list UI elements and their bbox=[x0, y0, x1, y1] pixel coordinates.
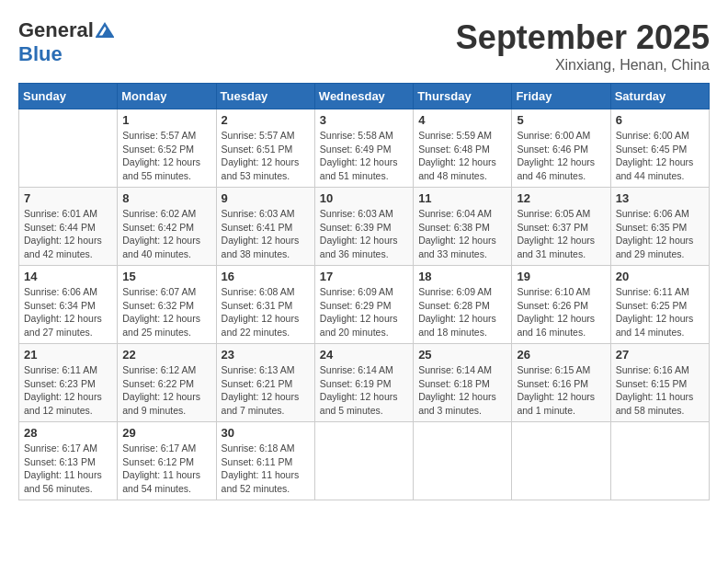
calendar-cell: 5Sunrise: 6:00 AM Sunset: 6:46 PM Daylig… bbox=[512, 109, 610, 188]
day-number: 20 bbox=[616, 270, 704, 283]
calendar-cell: 4Sunrise: 5:59 AM Sunset: 6:48 PM Daylig… bbox=[414, 109, 512, 188]
day-number: 11 bbox=[418, 191, 506, 205]
day-number: 5 bbox=[517, 113, 605, 127]
day-number: 13 bbox=[616, 191, 704, 205]
calendar-cell: 16Sunrise: 6:08 AM Sunset: 6:31 PM Dayli… bbox=[216, 266, 314, 344]
calendar-table: SundayMondayTuesdayWednesdayThursdayFrid… bbox=[18, 83, 710, 500]
day-info: Sunrise: 6:10 AM Sunset: 6:26 PM Dayligh… bbox=[517, 285, 605, 339]
day-info: Sunrise: 5:57 AM Sunset: 6:51 PM Dayligh… bbox=[222, 129, 310, 183]
calendar-cell: 14Sunrise: 6:06 AM Sunset: 6:34 PM Dayli… bbox=[19, 266, 118, 344]
day-info: Sunrise: 5:57 AM Sunset: 6:52 PM Dayligh… bbox=[122, 129, 210, 183]
day-number: 6 bbox=[616, 113, 704, 127]
calendar-header-thursday: Thursday bbox=[414, 84, 512, 109]
calendar-cell: 23Sunrise: 6:13 AM Sunset: 6:21 PM Dayli… bbox=[216, 344, 314, 422]
day-number: 23 bbox=[222, 348, 310, 362]
calendar-cell: 2Sunrise: 5:57 AM Sunset: 6:51 PM Daylig… bbox=[216, 109, 314, 188]
calendar-cell: 6Sunrise: 6:00 AM Sunset: 6:45 PM Daylig… bbox=[610, 109, 709, 188]
day-info: Sunrise: 6:13 AM Sunset: 6:21 PM Dayligh… bbox=[222, 363, 310, 418]
day-number: 3 bbox=[320, 113, 408, 127]
calendar-cell: 11Sunrise: 6:04 AM Sunset: 6:38 PM Dayli… bbox=[414, 188, 512, 266]
day-info: Sunrise: 6:06 AM Sunset: 6:34 PM Dayligh… bbox=[24, 285, 112, 339]
day-info: Sunrise: 6:17 AM Sunset: 6:12 PM Dayligh… bbox=[122, 442, 210, 496]
day-info: Sunrise: 6:14 AM Sunset: 6:18 PM Dayligh… bbox=[418, 363, 506, 418]
day-info: Sunrise: 6:00 AM Sunset: 6:45 PM Dayligh… bbox=[616, 129, 704, 183]
day-number: 12 bbox=[517, 191, 605, 205]
day-info: Sunrise: 6:00 AM Sunset: 6:46 PM Dayligh… bbox=[517, 129, 605, 183]
calendar-week-row: 1Sunrise: 5:57 AM Sunset: 6:52 PM Daylig… bbox=[19, 109, 710, 188]
day-number: 26 bbox=[517, 348, 605, 362]
calendar-header-saturday: Saturday bbox=[610, 84, 709, 109]
calendar-cell bbox=[414, 422, 512, 500]
calendar-cell bbox=[610, 422, 709, 500]
calendar-cell: 17Sunrise: 6:09 AM Sunset: 6:29 PM Dayli… bbox=[314, 266, 413, 344]
calendar-cell: 1Sunrise: 5:57 AM Sunset: 6:52 PM Daylig… bbox=[118, 109, 216, 188]
calendar-header-row: SundayMondayTuesdayWednesdayThursdayFrid… bbox=[19, 84, 710, 109]
day-info: Sunrise: 6:01 AM Sunset: 6:44 PM Dayligh… bbox=[24, 207, 112, 261]
day-number: 15 bbox=[122, 270, 210, 283]
day-number: 22 bbox=[122, 348, 210, 362]
day-number: 14 bbox=[24, 270, 112, 283]
day-info: Sunrise: 6:05 AM Sunset: 6:37 PM Dayligh… bbox=[517, 207, 605, 261]
calendar-cell: 12Sunrise: 6:05 AM Sunset: 6:37 PM Dayli… bbox=[512, 188, 610, 266]
month-title: September 2025 bbox=[456, 18, 710, 57]
day-number: 17 bbox=[320, 270, 408, 283]
logo-blue: Blue bbox=[18, 42, 63, 66]
calendar-cell: 3Sunrise: 5:58 AM Sunset: 6:49 PM Daylig… bbox=[314, 109, 413, 188]
calendar-header-tuesday: Tuesday bbox=[216, 84, 314, 109]
day-info: Sunrise: 5:59 AM Sunset: 6:48 PM Dayligh… bbox=[418, 129, 506, 183]
day-number: 10 bbox=[320, 191, 408, 205]
day-number: 16 bbox=[222, 270, 310, 283]
day-info: Sunrise: 6:11 AM Sunset: 6:25 PM Dayligh… bbox=[616, 285, 704, 339]
calendar-cell: 7Sunrise: 6:01 AM Sunset: 6:44 PM Daylig… bbox=[19, 188, 118, 266]
day-info: Sunrise: 6:03 AM Sunset: 6:39 PM Dayligh… bbox=[320, 207, 408, 261]
day-number: 28 bbox=[24, 426, 112, 440]
logo-icon bbox=[96, 21, 114, 40]
day-info: Sunrise: 6:02 AM Sunset: 6:42 PM Dayligh… bbox=[122, 207, 210, 261]
logo: General Blue bbox=[18, 18, 114, 66]
day-number: 1 bbox=[122, 113, 210, 127]
location-title: Xinxiang, Henan, China bbox=[456, 57, 710, 74]
day-info: Sunrise: 6:09 AM Sunset: 6:29 PM Dayligh… bbox=[320, 285, 408, 339]
day-info: Sunrise: 6:04 AM Sunset: 6:38 PM Dayligh… bbox=[418, 207, 506, 261]
calendar-cell: 10Sunrise: 6:03 AM Sunset: 6:39 PM Dayli… bbox=[314, 188, 413, 266]
calendar-week-row: 7Sunrise: 6:01 AM Sunset: 6:44 PM Daylig… bbox=[19, 188, 710, 266]
day-number: 30 bbox=[222, 426, 310, 440]
day-number: 9 bbox=[222, 191, 310, 205]
day-info: Sunrise: 6:18 AM Sunset: 6:11 PM Dayligh… bbox=[222, 442, 310, 496]
day-info: Sunrise: 6:14 AM Sunset: 6:19 PM Dayligh… bbox=[320, 363, 408, 418]
day-info: Sunrise: 6:16 AM Sunset: 6:15 PM Dayligh… bbox=[616, 363, 704, 418]
calendar-cell: 8Sunrise: 6:02 AM Sunset: 6:42 PM Daylig… bbox=[118, 188, 216, 266]
calendar-cell bbox=[512, 422, 610, 500]
day-info: Sunrise: 6:09 AM Sunset: 6:28 PM Dayligh… bbox=[418, 285, 506, 339]
calendar-cell: 19Sunrise: 6:10 AM Sunset: 6:26 PM Dayli… bbox=[512, 266, 610, 344]
calendar-cell: 30Sunrise: 6:18 AM Sunset: 6:11 PM Dayli… bbox=[216, 422, 314, 500]
day-info: Sunrise: 6:07 AM Sunset: 6:32 PM Dayligh… bbox=[122, 285, 210, 339]
title-block: September 2025 Xinxiang, Henan, China bbox=[456, 18, 710, 74]
day-info: Sunrise: 6:12 AM Sunset: 6:22 PM Dayligh… bbox=[122, 363, 210, 418]
day-number: 19 bbox=[517, 270, 605, 283]
calendar-cell: 28Sunrise: 6:17 AM Sunset: 6:13 PM Dayli… bbox=[19, 422, 118, 500]
calendar-cell bbox=[314, 422, 413, 500]
day-number: 25 bbox=[418, 348, 506, 362]
calendar-header-sunday: Sunday bbox=[19, 84, 118, 109]
calendar-cell: 18Sunrise: 6:09 AM Sunset: 6:28 PM Dayli… bbox=[414, 266, 512, 344]
calendar-cell: 15Sunrise: 6:07 AM Sunset: 6:32 PM Dayli… bbox=[118, 266, 216, 344]
calendar-cell: 21Sunrise: 6:11 AM Sunset: 6:23 PM Dayli… bbox=[19, 344, 118, 422]
day-number: 7 bbox=[24, 191, 112, 205]
page-header: General Blue September 2025 Xinxiang, He… bbox=[18, 18, 710, 74]
calendar-cell: 27Sunrise: 6:16 AM Sunset: 6:15 PM Dayli… bbox=[610, 344, 709, 422]
day-info: Sunrise: 6:08 AM Sunset: 6:31 PM Dayligh… bbox=[222, 285, 310, 339]
day-info: Sunrise: 6:06 AM Sunset: 6:35 PM Dayligh… bbox=[616, 207, 704, 261]
calendar-cell bbox=[19, 109, 118, 188]
day-number: 24 bbox=[320, 348, 408, 362]
day-info: Sunrise: 6:11 AM Sunset: 6:23 PM Dayligh… bbox=[24, 363, 112, 418]
calendar-cell: 13Sunrise: 6:06 AM Sunset: 6:35 PM Dayli… bbox=[610, 188, 709, 266]
calendar-cell: 20Sunrise: 6:11 AM Sunset: 6:25 PM Dayli… bbox=[610, 266, 709, 344]
day-number: 8 bbox=[122, 191, 210, 205]
day-number: 18 bbox=[418, 270, 506, 283]
calendar-cell: 22Sunrise: 6:12 AM Sunset: 6:22 PM Dayli… bbox=[118, 344, 216, 422]
calendar-cell: 29Sunrise: 6:17 AM Sunset: 6:12 PM Dayli… bbox=[118, 422, 216, 500]
calendar-week-row: 28Sunrise: 6:17 AM Sunset: 6:13 PM Dayli… bbox=[19, 422, 710, 500]
day-info: Sunrise: 6:03 AM Sunset: 6:41 PM Dayligh… bbox=[222, 207, 310, 261]
calendar-cell: 24Sunrise: 6:14 AM Sunset: 6:19 PM Dayli… bbox=[314, 344, 413, 422]
